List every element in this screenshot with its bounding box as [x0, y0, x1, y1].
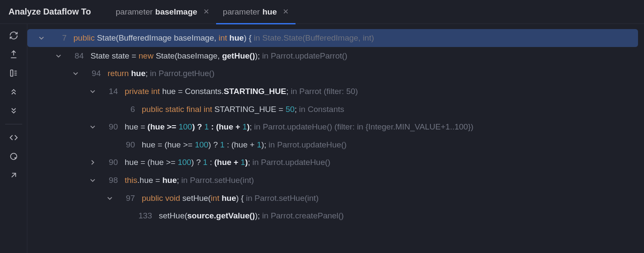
- line-number: 7: [50, 32, 67, 44]
- close-icon[interactable]: ✕: [283, 7, 289, 16]
- chevron-down-icon[interactable]: [89, 88, 97, 95]
- line-number: 84: [67, 50, 84, 62]
- tab-label: hue: [262, 7, 277, 17]
- main: 7public State(BufferedImage baseImage, i…: [0, 24, 644, 253]
- top-bar: Analyze Dataflow To parameterbaseImage✕p…: [0, 0, 644, 24]
- tree[interactable]: 7public State(BufferedImage baseImage, i…: [27, 24, 644, 253]
- chevron-down-icon[interactable]: [72, 70, 79, 77]
- tree-row[interactable]: 90hue = (hue >= 100) ? 1 : (hue + 1); in…: [27, 136, 644, 154]
- tree-row[interactable]: 90hue = (hue >= 100) ? 1 : (hue + 1); in…: [27, 153, 644, 171]
- chevron-down-icon[interactable]: [89, 177, 97, 184]
- chevron-down-icon[interactable]: [89, 123, 97, 131]
- close-icon[interactable]: ✕: [203, 7, 209, 16]
- loop-icon[interactable]: [8, 151, 19, 162]
- svg-rect-0: [10, 70, 13, 76]
- line-number: 90: [102, 157, 118, 168]
- line-number: 90: [119, 139, 135, 150]
- chevron-down-icon[interactable]: [106, 194, 114, 202]
- svg-point-5: [14, 157, 16, 159]
- code-text: hue = (hue >= 100) ? 1 : (hue + 1); in P…: [125, 157, 331, 168]
- line-number: 97: [119, 193, 135, 204]
- code-text: private int hue = Constants.STARTING_HUE…: [125, 86, 358, 97]
- code-text: hue = (hue >= 100) ? 1 : (hue + 1); in P…: [142, 139, 347, 150]
- code-text: public static final int STARTING_HUE = 5…: [142, 104, 344, 115]
- prev-icon[interactable]: [8, 86, 19, 97]
- toolbar: [0, 24, 27, 253]
- tree-row[interactable]: 97public void setHue(int hue) { in Parro…: [27, 189, 644, 207]
- tab-hue[interactable]: parameterhue✕: [216, 0, 296, 24]
- chevron-right-icon[interactable]: [89, 159, 97, 166]
- line-number: 133: [136, 210, 152, 221]
- chevron-down-icon[interactable]: [38, 34, 45, 42]
- line-number: 90: [102, 121, 118, 132]
- line-number: 98: [102, 175, 118, 186]
- tab-prefix: parameter: [116, 7, 153, 17]
- code-text: public State(BufferedImage baseImage, in…: [73, 32, 374, 44]
- code-text: State state = new State(baseImage, getHu…: [91, 50, 347, 62]
- export-icon[interactable]: [8, 49, 19, 60]
- open-icon[interactable]: [8, 170, 19, 181]
- tabs: parameterbaseImage✕parameterhue✕: [109, 0, 296, 24]
- line-number: 14: [102, 86, 118, 97]
- code-text: return hue; in Parrot.getHue(): [108, 68, 214, 79]
- svg-point-4: [10, 153, 17, 160]
- toolbar-separator: [5, 124, 22, 124]
- tree-row[interactable]: 14private int hue = Constants.STARTING_H…: [27, 82, 644, 100]
- tab-label: baseImage: [155, 7, 197, 17]
- line-number: 6: [119, 104, 135, 115]
- tree-row[interactable]: 133setHue(source.getValue()); in Parrot.…: [27, 207, 644, 225]
- code-text: this.hue = hue; in Parrot.setHue(int): [125, 175, 254, 186]
- tree-row[interactable]: 90hue = (hue >= 100) ? 1 : (hue + 1); in…: [27, 118, 644, 136]
- code-text: public void setHue(int hue) { in Parrot.…: [142, 193, 319, 204]
- next-icon[interactable]: [8, 105, 19, 116]
- tab-baseImage[interactable]: parameterbaseImage✕: [109, 0, 216, 24]
- panel-title: Analyze Dataflow To: [9, 7, 91, 17]
- tree-row[interactable]: 98this.hue = hue; in Parrot.setHue(int): [27, 171, 644, 189]
- tab-prefix: parameter: [223, 7, 260, 17]
- chevron-down-icon[interactable]: [55, 52, 62, 60]
- tree-row[interactable]: 7public State(BufferedImage baseImage, i…: [27, 29, 638, 47]
- code-text: setHue(source.getValue()); in Parrot.cre…: [159, 210, 344, 221]
- line-number: 94: [85, 68, 101, 79]
- tree-row[interactable]: 84State state = new State(baseImage, get…: [27, 47, 644, 65]
- expand-icon[interactable]: [8, 68, 19, 79]
- code-text: hue = (hue >= 100) ? 1 : (hue + 1); in P…: [125, 121, 474, 132]
- refresh-icon[interactable]: [8, 30, 19, 41]
- tree-row[interactable]: 6public static final int STARTING_HUE = …: [27, 100, 644, 118]
- code-icon[interactable]: [8, 132, 19, 143]
- tree-row[interactable]: 94return hue; in Parrot.getHue(): [27, 65, 644, 82]
